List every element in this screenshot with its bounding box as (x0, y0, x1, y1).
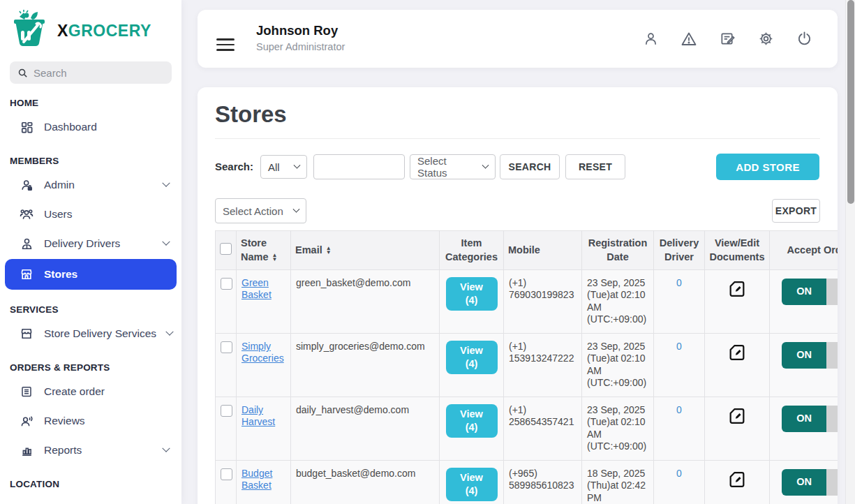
mobile-cell: (+1) 769030199823 (504, 270, 582, 334)
table-row: Simply Groceries simply_groceries@demo.c… (216, 334, 838, 397)
edit-document-icon[interactable] (727, 342, 747, 363)
table-header-row: Store Name▲▼ Email▲▼ Item Categories Mob… (216, 231, 838, 270)
sidebar-item-store-delivery-services[interactable]: Store Delivery Services (0, 319, 181, 348)
app-screen: XGROCERY HOME Dashboard ME (0, 0, 855, 504)
alert-icon[interactable] (676, 26, 702, 52)
mobile-cell: (+1) 258654357421 (504, 397, 582, 461)
sidebar-item-delivery-drivers[interactable]: Delivery Drivers (0, 229, 181, 258)
nav-section-home: HOME (0, 84, 181, 112)
brand-name: XGROCERY (57, 22, 151, 40)
toggle-off-segment (826, 342, 838, 369)
delivery-driver-count-link[interactable]: 0 (676, 404, 682, 415)
store-name-link[interactable]: Green Basket (241, 277, 272, 300)
edit-document-icon[interactable] (727, 469, 747, 490)
delivery-driver-icon (20, 237, 34, 251)
divider (215, 138, 820, 139)
sidebar-item-reports[interactable]: Reports (0, 436, 181, 465)
mobile-cell: (+965) 589985610823 (504, 461, 582, 504)
admin-icon (20, 179, 34, 192)
sidebar-nav: HOME Dashboard MEMBERS (0, 84, 181, 494)
view-categories-button[interactable]: View(4) (446, 341, 498, 374)
sidebar-search-input[interactable] (34, 67, 164, 79)
chevron-down-icon (162, 179, 170, 187)
accept-orders-toggle[interactable]: ON (782, 279, 838, 305)
menu-toggle-icon[interactable] (216, 38, 235, 51)
row-checkbox[interactable] (221, 341, 232, 353)
sidebar-item-reviews[interactable]: Reviews (0, 406, 181, 436)
email-cell: daily_harvest@demo.com (291, 397, 440, 461)
edit-document-icon[interactable] (727, 279, 747, 299)
reviews-icon (20, 415, 34, 428)
registration-date-cell: 23 Sep, 2025 (Tue)at 02:10 AM (UTC:+09:0… (582, 270, 654, 334)
chevron-down-icon (165, 328, 173, 336)
search-filter-label: Search: (215, 154, 253, 179)
select-all-checkbox[interactable] (220, 243, 232, 255)
view-categories-button[interactable]: View(4) (446, 468, 498, 501)
delivery-driver-count-link[interactable]: 0 (676, 277, 682, 288)
store-name-link[interactable]: Budget Basket (241, 468, 272, 491)
toggle-off-segment (826, 469, 838, 496)
select-all-cell (216, 231, 237, 270)
store-name-link[interactable]: Simply Groceries (241, 341, 284, 364)
col-email[interactable]: Email▲▼ (291, 231, 440, 270)
table-row: Daily Harvest daily_harvest@demo.com Vie… (216, 397, 838, 461)
accept-orders-toggle[interactable]: ON (782, 342, 838, 369)
nav-section-members: MEMBERS (0, 142, 181, 170)
col-delivery-driver: Delivery Driver (654, 231, 705, 270)
chevron-down-icon (162, 238, 170, 246)
accept-orders-toggle[interactable]: ON (782, 406, 838, 432)
row-checkbox[interactable] (221, 468, 232, 480)
top-header: Johnson Roy Super Administrator (198, 10, 838, 68)
search-keyword-input[interactable] (313, 154, 405, 179)
brand-logo[interactable]: XGROCERY (0, 0, 181, 59)
toggle-off-segment (826, 279, 838, 305)
chevron-down-icon (294, 161, 301, 168)
sidebar-item-create-order[interactable]: Create order (0, 377, 181, 406)
grocery-basket-icon (10, 10, 49, 52)
row-checkbox[interactable] (221, 278, 232, 290)
email-cell: simply_groceries@demo.com (291, 334, 440, 397)
sort-icon: ▲▼ (272, 253, 278, 262)
mobile-cell: (+1) 153913247222 (504, 334, 582, 397)
note-edit-icon[interactable] (714, 26, 741, 52)
row-checkbox[interactable] (221, 405, 232, 417)
add-store-button[interactable]: ADD STORE (716, 154, 819, 180)
main-area: Johnson Roy Super Administrator (181, 0, 855, 504)
vertical-scrollbar[interactable] (845, 0, 855, 504)
sidebar-item-dashboard[interactable]: Dashboard (0, 112, 181, 142)
bulk-action-select[interactable]: Select Action (215, 198, 306, 223)
scrollbar-thumb[interactable] (847, 0, 854, 204)
view-categories-button[interactable]: View(4) (446, 404, 498, 438)
reset-button[interactable]: RESET (565, 154, 625, 179)
search-button[interactable]: SEARCH (500, 154, 560, 179)
view-categories-button[interactable]: View(4) (446, 277, 498, 311)
toggle-off-segment (826, 406, 838, 432)
power-logout-icon[interactable] (791, 26, 817, 52)
sidebar-item-admin[interactable]: Admin (0, 170, 181, 200)
settings-gear-icon[interactable] (752, 26, 779, 52)
chevron-down-icon (162, 445, 170, 452)
status-select[interactable]: Select Status (410, 154, 496, 179)
col-view-edit-documents: View/Edit Documents (705, 231, 770, 270)
sidebar-item-users[interactable]: Users (0, 200, 181, 229)
col-item-categories: Item Categories (440, 231, 504, 270)
export-button[interactable]: EXPORT (772, 199, 820, 223)
registration-date-cell: 23 Sep, 2025 (Tue)at 02:10 AM (UTC:+09:0… (582, 334, 654, 397)
delivery-driver-count-link[interactable]: 0 (676, 468, 682, 479)
sidebar-search (10, 61, 172, 84)
create-order-icon (20, 385, 34, 398)
dashboard-icon (20, 121, 34, 134)
email-cell: green_basket@demo.com (291, 270, 440, 334)
search-field-select[interactable]: All (260, 155, 307, 179)
accept-orders-toggle[interactable]: ON (782, 469, 838, 496)
profile-icon[interactable] (637, 26, 664, 52)
store-delivery-icon (20, 327, 34, 341)
store-name-link[interactable]: Daily Harvest (241, 404, 275, 427)
user-info: Johnson Roy Super Administrator (256, 23, 345, 52)
delivery-driver-count-link[interactable]: 0 (676, 341, 682, 352)
stores-panel: Stores Search: All Select Status SEARCH … (198, 87, 838, 504)
stores-table-container: Store Name▲▼ Email▲▼ Item Categories Mob… (215, 230, 838, 504)
col-store-name[interactable]: Store Name▲▼ (237, 231, 291, 270)
edit-document-icon[interactable] (727, 406, 747, 427)
sidebar-item-stores[interactable]: Stores (5, 259, 177, 290)
